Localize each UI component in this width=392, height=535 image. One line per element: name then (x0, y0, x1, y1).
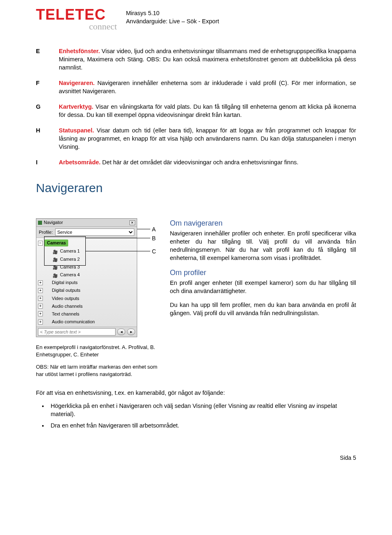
group-label: Audio channels (52, 303, 82, 309)
tree-item-label: Camera 3 (60, 264, 80, 270)
profile-label: Profile: (39, 229, 53, 235)
callout-line-B (86, 238, 150, 238)
def-letter: G (36, 103, 59, 119)
def-keyword: Statuspanel. (59, 127, 94, 134)
tree-item-label: Camera 4 (60, 272, 80, 278)
tree-group-audio-channels[interactable]: +Audio channels (36, 302, 137, 310)
camera-icon (53, 273, 58, 278)
tree-group-audio-communication[interactable]: +Audio communication (36, 318, 137, 326)
group-label: Digital outputs (52, 287, 80, 293)
logo: TELETEC connect (36, 8, 117, 33)
group-label: Video outputs (52, 295, 79, 302)
navigator-panel: Navigator ✕ Profile: Service − Cameras C… (36, 218, 137, 337)
bullet-list: Högerklicka på en enhet i Navigeraren oc… (48, 402, 356, 430)
def-text: Navigeraren innehåller enheterna som är … (59, 80, 356, 94)
navigator-icon (38, 221, 42, 225)
definition-G: G Kartverktyg. Visar en våningskarta för… (36, 103, 356, 119)
logo-sub: connect (89, 20, 117, 33)
def-body: Kartverktyg. Visar en våningskarta för v… (59, 103, 356, 119)
definition-E: E Enhetsfönster. Visar video, ljud och a… (36, 47, 356, 72)
def-body: Enhetsfönster. Visar video, ljud och and… (59, 47, 356, 72)
close-icon[interactable]: ✕ (129, 220, 135, 225)
list-item: Högerklicka på en enhet i Navigeraren oc… (48, 402, 356, 418)
navigator-titlebar: Navigator ✕ (36, 219, 137, 227)
doc-header-text: Mirasys 5.10 Användarguide: Live – Sök -… (126, 9, 219, 25)
figure-caption-1: En exempelprofil i navigatorfönstret. A.… (36, 344, 158, 358)
def-letter: E (36, 47, 59, 72)
tree-group-cameras[interactable]: − Cameras (36, 239, 137, 247)
tree-group-digital-outputs[interactable]: +Digital outputs (36, 287, 137, 294)
page-number: Sida 5 (36, 454, 356, 462)
paragraph: Navigeraren innehåller profiler och enhe… (170, 229, 356, 262)
expand-icon[interactable]: + (38, 311, 43, 316)
navigator-title: Navigator (44, 219, 63, 226)
search-prev-button[interactable]: ◂ (117, 329, 125, 335)
callout-letter-C: C (152, 248, 156, 255)
page-header: TELETEC connect Mirasys 5.10 Användargui… (36, 8, 356, 33)
expand-icon[interactable]: + (38, 288, 43, 293)
expand-icon[interactable]: + (38, 280, 43, 285)
list-item: Dra en enhet från Navigeraren till arbet… (48, 421, 356, 430)
paragraph: Du kan ha upp till fem profiler, men du … (170, 301, 356, 317)
logo-main: TELETEC (36, 8, 106, 21)
def-text: Visar en våningskarta för vald plats. Du… (59, 103, 356, 118)
definition-I: I Arbetsområde. Det här är det området d… (36, 158, 356, 166)
def-keyword: Kartverktyg. (59, 103, 94, 110)
camera-icon (53, 249, 58, 254)
callout-letter-A: A (152, 226, 156, 233)
tree-group-digital-inputs[interactable]: +Digital inputs (36, 279, 137, 287)
paragraph: En profil anger enheter (till exempel ka… (170, 279, 356, 295)
group-label: Text channels (52, 311, 79, 317)
def-body: Statuspanel. Visar datum och tid (eller … (59, 126, 356, 151)
def-text: Visar datum och tid (eller bara tid), kn… (59, 127, 356, 150)
callout-line-A (137, 229, 150, 229)
tree-item-camera3[interactable]: Camera 3 (36, 263, 137, 271)
search-next-button[interactable]: ▸ (127, 329, 135, 335)
group-label: Cameras (45, 240, 68, 246)
figure-caption-2: OBS: När ett larm inträffar markeras den… (36, 363, 158, 378)
subhead-om-navigeraren: Om navigeraren (170, 218, 356, 228)
group-label: Digital inputs (52, 280, 78, 286)
camera-icon (53, 264, 58, 269)
tree-item-camera4[interactable]: Camera 4 (36, 271, 137, 279)
section-title-navigeraren: Navigeraren (36, 179, 356, 196)
definition-H: H Statuspanel. Visar datum och tid (elle… (36, 126, 356, 151)
search-input[interactable] (38, 328, 116, 336)
def-letter: I (36, 158, 59, 166)
callout-letter-B: B (152, 235, 156, 242)
doc-title-line2: Användarguide: Live – Sök - Export (126, 17, 219, 25)
def-keyword: Enhetsfönster. (59, 48, 100, 54)
def-body: Navigeraren. Navigeraren innehåller enhe… (59, 79, 356, 95)
expand-icon[interactable]: + (38, 320, 43, 325)
callout-line-C (86, 251, 150, 251)
group-label: Audio communication (52, 319, 95, 325)
subhead-om-profiler: Om profiler (170, 268, 356, 278)
def-text: Visar video, ljud och andra enhetsvisnin… (59, 48, 356, 71)
tree-group-text-channels[interactable]: +Text channels (36, 310, 137, 318)
def-body: Arbetsområde. Det här är det området där… (59, 158, 356, 166)
def-text: Det här är det området där videovisninga… (100, 159, 298, 166)
def-letter: F (36, 79, 59, 95)
tree-item-label: Camera 2 (60, 256, 80, 262)
def-keyword: Arbetsområde. (59, 159, 100, 166)
def-letter: H (36, 126, 59, 151)
collapse-icon[interactable]: − (38, 241, 43, 246)
definition-F: F Navigeraren. Navigeraren innehåller en… (36, 79, 356, 95)
expand-icon[interactable]: + (38, 304, 43, 309)
tree-item-camera2[interactable]: Camera 2 (36, 255, 137, 263)
def-keyword: Navigeraren. (59, 80, 95, 86)
paragraph: För att visa en enhetsvisning, t.ex. en … (36, 389, 356, 397)
tree-item-label: Camera 1 (60, 248, 80, 254)
profile-select[interactable]: Service (55, 228, 134, 236)
tree-group-video-outputs[interactable]: +Video outputs (36, 295, 137, 302)
camera-icon (53, 257, 58, 262)
expand-icon[interactable]: + (38, 296, 43, 301)
doc-title-line1: Mirasys 5.10 (126, 9, 219, 17)
